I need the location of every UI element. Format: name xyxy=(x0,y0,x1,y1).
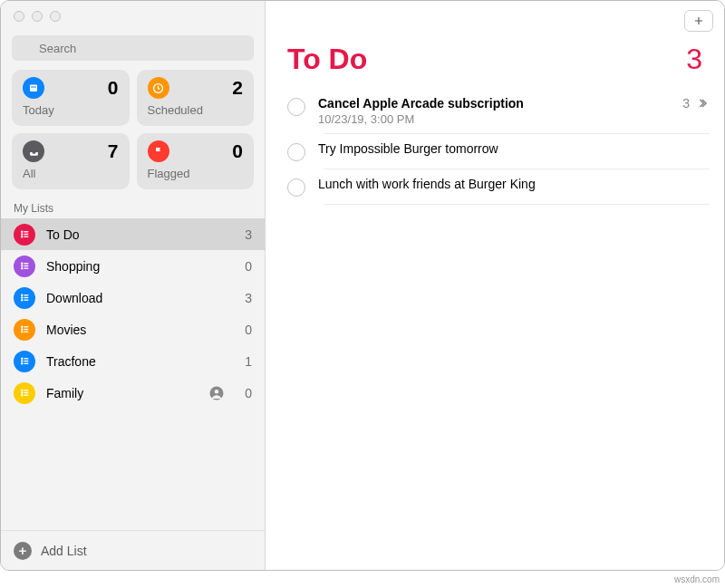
today-count: 0 xyxy=(108,77,119,99)
svg-point-9 xyxy=(21,236,22,237)
list-row[interactable]: Movies0 xyxy=(1,313,265,345)
svg-point-33 xyxy=(21,363,22,364)
list-name: Download xyxy=(46,291,225,305)
list-icon xyxy=(14,319,35,341)
shared-icon xyxy=(208,385,225,401)
list-row[interactable]: Download3 xyxy=(1,282,265,313)
calendar-today-icon xyxy=(23,77,44,99)
list-icon xyxy=(14,255,35,277)
close-window-button[interactable] xyxy=(14,11,24,22)
zoom-window-button[interactable] xyxy=(50,11,61,22)
reminder-title: Cancel Apple Arcade subscription xyxy=(318,96,670,111)
separator xyxy=(324,204,710,205)
list-count: 3 xyxy=(236,227,252,242)
list-count: 1 xyxy=(236,354,252,369)
reminder-row[interactable]: Try Impossible Burger tomorrow xyxy=(287,134,710,169)
svg-point-37 xyxy=(21,392,22,393)
svg-point-23 xyxy=(21,326,22,327)
flag-icon xyxy=(148,140,169,162)
window: 0 Today 2 Scheduled 7 xyxy=(0,0,725,571)
svg-point-7 xyxy=(21,234,22,235)
scheduled-count: 2 xyxy=(232,77,243,99)
main-panel: To Do 3 Cancel Apple Arcade subscription… xyxy=(266,1,724,570)
list-name: Family xyxy=(46,386,198,400)
chevron-right-icon xyxy=(695,96,710,111)
smart-list-scheduled[interactable]: 2 Scheduled xyxy=(137,70,255,126)
window-controls xyxy=(1,1,265,32)
list-name: Shopping xyxy=(46,259,225,274)
list-row[interactable]: Shopping0 xyxy=(1,250,265,282)
reminder-title: Try Impossible Burger tomorrow xyxy=(318,141,710,156)
toolbar xyxy=(266,1,724,41)
subtask-count: 3 xyxy=(682,96,690,111)
add-list-button[interactable]: + Add List xyxy=(1,530,265,570)
all-count: 7 xyxy=(108,140,119,162)
complete-toggle[interactable] xyxy=(287,178,305,197)
svg-point-29 xyxy=(21,358,22,359)
flagged-count: 0 xyxy=(232,140,243,162)
svg-point-39 xyxy=(21,395,22,396)
reminder-subtitle: 10/23/19, 3:00 PM xyxy=(318,112,670,126)
clock-icon xyxy=(148,77,169,99)
reminder-row[interactable]: Cancel Apple Arcade subscription10/23/19… xyxy=(287,89,710,133)
svg-point-25 xyxy=(21,329,22,330)
svg-point-42 xyxy=(215,389,219,393)
watermark: wsxdn.com xyxy=(674,574,720,584)
svg-point-11 xyxy=(21,263,22,264)
list-name: Movies xyxy=(46,323,225,337)
list-title: To Do xyxy=(287,43,367,76)
complete-toggle[interactable] xyxy=(287,98,305,116)
reminder-title: Lunch with work friends at Burger King xyxy=(318,177,710,191)
svg-point-5 xyxy=(21,231,22,232)
all-label: All xyxy=(23,167,119,180)
svg-point-19 xyxy=(21,297,22,298)
list-row[interactable]: Family0 xyxy=(1,377,265,409)
smart-list-today[interactable]: 0 Today xyxy=(12,70,130,126)
inbox-icon xyxy=(23,140,44,162)
plus-icon: + xyxy=(14,542,32,560)
svg-point-15 xyxy=(21,268,22,269)
add-list-label: Add List xyxy=(41,544,87,558)
sidebar: 0 Today 2 Scheduled 7 xyxy=(1,1,266,570)
list-count: 3 xyxy=(686,43,702,76)
list-icon xyxy=(14,224,35,246)
search-input[interactable] xyxy=(12,35,254,61)
my-lists: To Do3Shopping0Download3Movies0Tracfone1… xyxy=(1,218,265,409)
my-lists-header: My Lists xyxy=(1,189,265,218)
add-reminder-button[interactable] xyxy=(684,10,713,32)
complete-toggle[interactable] xyxy=(287,143,305,161)
svg-point-35 xyxy=(21,390,22,390)
list-icon xyxy=(14,382,35,404)
svg-point-21 xyxy=(21,300,22,301)
list-count: 3 xyxy=(236,291,252,305)
minimize-window-button[interactable] xyxy=(32,11,43,22)
svg-rect-2 xyxy=(30,85,37,92)
list-icon xyxy=(14,351,35,372)
list-name: Tracfone xyxy=(46,354,225,369)
list-count: 0 xyxy=(236,323,252,337)
list-name: To Do xyxy=(46,227,225,242)
list-count: 0 xyxy=(236,386,252,400)
list-icon xyxy=(14,287,35,309)
smart-list-all[interactable]: 7 All xyxy=(12,133,130,189)
svg-point-13 xyxy=(21,265,22,266)
svg-rect-3 xyxy=(31,87,36,88)
list-row[interactable]: Tracfone1 xyxy=(1,345,265,377)
reminder-row[interactable]: Lunch with work friends at Burger King xyxy=(287,169,710,204)
flagged-label: Flagged xyxy=(148,167,244,180)
svg-point-27 xyxy=(21,332,22,333)
list-count: 0 xyxy=(236,259,252,274)
list-row[interactable]: To Do3 xyxy=(1,218,265,250)
svg-point-31 xyxy=(21,361,22,361)
svg-point-17 xyxy=(21,294,22,295)
reminders-list: Cancel Apple Arcade subscription10/23/19… xyxy=(266,89,724,205)
today-label: Today xyxy=(23,103,119,117)
smart-list-flagged[interactable]: 0 Flagged xyxy=(137,133,255,189)
scheduled-label: Scheduled xyxy=(148,103,244,117)
